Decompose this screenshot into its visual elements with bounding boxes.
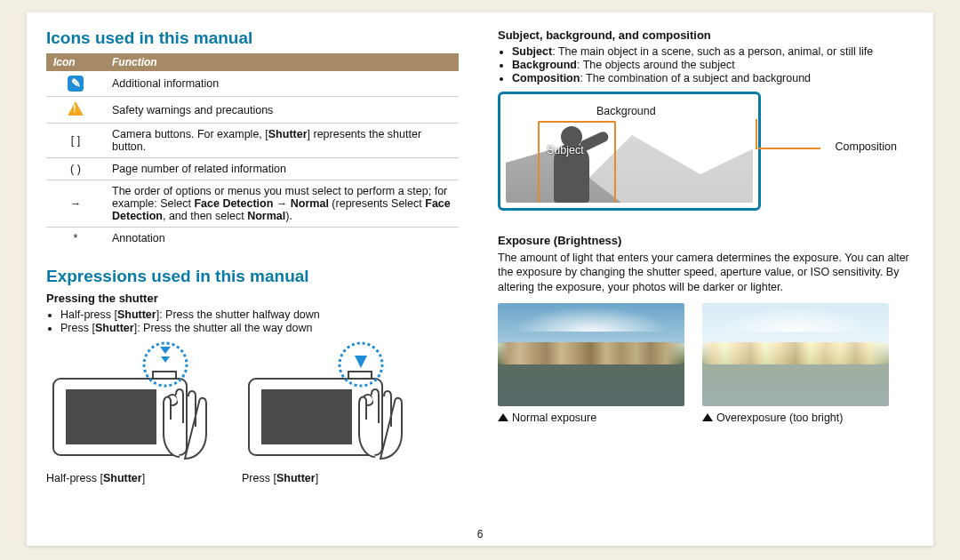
exposure-row: Normal exposure Overexposure (too bright…: [498, 303, 910, 424]
camera-full-press-icon: [242, 341, 411, 466]
camera-illustration-row: Half-press [Shutter] Press [Shutter]: [46, 341, 459, 484]
subheading-sbc: Subject, background, and composition: [498, 28, 910, 42]
photo-overexposure: [702, 303, 889, 406]
arrow-icon: →: [46, 180, 105, 228]
caption-over: Overexposure (too bright): [702, 412, 889, 424]
subheading-pressing: Pressing the shutter: [46, 292, 459, 305]
triangle-up-icon: [702, 413, 713, 421]
subject-frame: [538, 121, 616, 203]
svg-rect-3: [153, 372, 176, 379]
list-item: Composition: The combination of a subjec…: [512, 72, 910, 84]
label-subject: Subject: [547, 144, 584, 156]
info-icon: [68, 76, 84, 92]
svg-marker-12: [355, 356, 367, 368]
svg-rect-1: [66, 389, 156, 444]
normal-exposure-block: Normal exposure: [498, 303, 684, 424]
sbc-list: Subject: The main object in a scene, suc…: [498, 45, 910, 84]
manual-page: Icons used in this manual Icon Function …: [27, 12, 933, 546]
th-icon: Icon: [46, 53, 105, 71]
cell-warn: Safety warnings and precautions: [105, 97, 459, 124]
table-row: * Annotation: [46, 228, 459, 250]
list-item: Subject: The main object in a scene, suc…: [512, 45, 910, 58]
table-row: [ ] Camera buttons. For example, [Shutte…: [46, 124, 459, 158]
icons-table: Icon Function Additional information Saf…: [46, 53, 459, 249]
page-number: 6: [27, 528, 933, 540]
left-column: Icons used in this manual Icon Function …: [27, 12, 478, 546]
svg-marker-5: [160, 347, 171, 354]
label-composition: Composition: [836, 140, 897, 153]
composition-diagram: Background Subject Composition: [498, 92, 761, 211]
bracket-icon: [ ]: [46, 124, 105, 158]
photo-normal-exposure: [498, 303, 684, 406]
paren-icon: ( ): [46, 158, 105, 180]
table-row: → The order of options or menus you must…: [46, 180, 459, 228]
label-background: Background: [596, 105, 656, 117]
table-header-row: Icon Function: [46, 53, 459, 71]
half-press-figure: Half-press [Shutter]: [46, 341, 215, 484]
cell-info: Additional information: [105, 71, 459, 97]
table-row: Additional information: [46, 71, 459, 97]
svg-marker-6: [161, 356, 170, 363]
subheading-exposure: Exposure (Brightness): [498, 234, 910, 247]
star-icon: *: [46, 228, 105, 250]
full-press-figure: Press [Shutter]: [242, 341, 411, 484]
exposure-paragraph: The amount of light that enters your cam…: [498, 251, 910, 294]
table-row: Safety warnings and precautions: [46, 97, 459, 124]
caption-full-press: Press [Shutter]: [242, 472, 411, 484]
caption-normal: Normal exposure: [498, 412, 684, 424]
cell-paren: Page number of related information: [105, 158, 459, 180]
heading-expressions: Expressions used in this manual: [46, 267, 459, 286]
cell-star: Annotation: [105, 228, 459, 250]
cell-arrow: The order of options or menus you must s…: [105, 180, 459, 228]
cell-bracket: Camera buttons. For example, [Shutter] r…: [105, 124, 459, 158]
callout-line: [758, 148, 820, 149]
svg-rect-10: [348, 372, 372, 379]
table-row: ( ) Page number of related information: [46, 158, 459, 180]
overexposure-block: Overexposure (too bright): [702, 303, 889, 424]
warning-icon: [68, 101, 84, 116]
camera-half-press-icon: [46, 341, 215, 466]
list-item: Press [Shutter]: Press the shutter all t…: [60, 322, 459, 334]
list-item: Background: The objects around the subje…: [512, 59, 910, 71]
heading-icons: Icons used in this manual: [46, 28, 459, 48]
list-item: Half-press [Shutter]: Press the shutter …: [60, 308, 459, 321]
triangle-up-icon: [498, 413, 508, 421]
right-column: Subject, background, and composition Sub…: [478, 12, 930, 546]
pressing-list: Half-press [Shutter]: Press the shutter …: [46, 308, 459, 334]
svg-rect-8: [261, 389, 352, 444]
caption-half-press: Half-press [Shutter]: [46, 472, 215, 484]
th-function: Function: [105, 53, 459, 71]
